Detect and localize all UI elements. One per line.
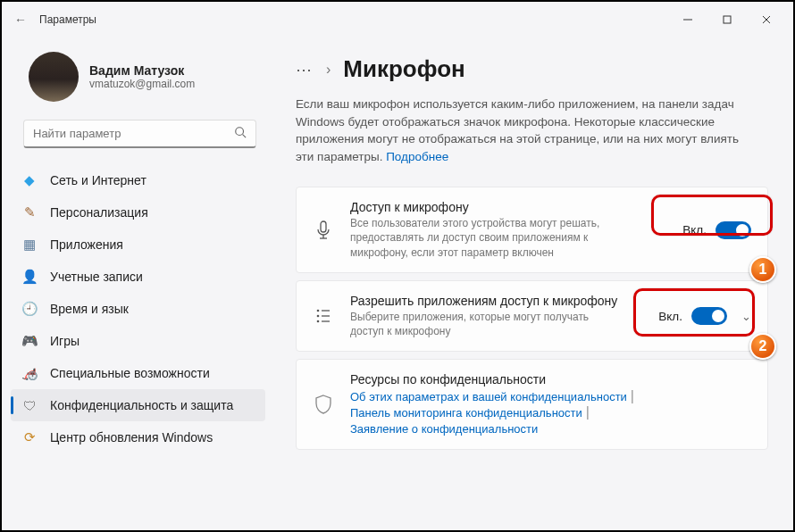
search-icon <box>234 126 247 141</box>
profile-name: Вадим Матузок <box>89 63 195 78</box>
content-area: ⋯ › Микрофон Если ваш микрофон используе… <box>274 37 793 530</box>
list-icon <box>313 308 334 324</box>
sidebar-item-label: Персонализация <box>50 205 148 220</box>
sidebar-item-personalization[interactable]: ✎ Персонализация <box>11 196 265 229</box>
app-mic-access-toggle[interactable] <box>691 307 727 325</box>
breadcrumb: ⋯ › Микрофон <box>296 55 768 83</box>
learn-more-link[interactable]: Подробнее <box>386 150 448 163</box>
chevron-right-icon: › <box>326 62 331 78</box>
sidebar-item-label: Учетные записи <box>50 270 143 284</box>
svg-rect-6 <box>321 221 326 232</box>
microphone-icon <box>313 220 334 240</box>
titlebar: ← Параметры <box>2 2 793 37</box>
profile-email: vmatuzok@gmail.com <box>89 78 195 90</box>
link-privacy-dashboard[interactable]: Панель мониторинга конфиденциальности <box>350 406 582 420</box>
sidebar-item-accounts[interactable]: 👤 Учетные записи <box>11 261 265 293</box>
sidebar-item-windows-update[interactable]: ⟳ Центр обновления Windows <box>11 421 265 453</box>
sidebar-item-label: Время и язык <box>50 302 129 316</box>
page-title: Микрофон <box>343 55 464 83</box>
link-about-params[interactable]: Об этих параметрах и вашей конфиденциаль… <box>350 390 627 403</box>
sidebar: Вадим Матузок vmatuzok@gmail.com ◆ Сеть … <box>2 37 274 530</box>
link-privacy-statement[interactable]: Заявление о конфиденциальности <box>350 422 538 436</box>
sidebar-item-time-language[interactable]: 🕘 Время и язык <box>11 293 265 325</box>
sidebar-item-label: Сеть и Интернет <box>50 173 146 187</box>
card-app-mic-access[interactable]: Разрешить приложениям доступ к микрофону… <box>296 280 768 352</box>
svg-line-5 <box>243 135 247 138</box>
window-controls <box>668 6 786 33</box>
accessibility-icon: 🦽 <box>21 365 38 381</box>
sidebar-item-accessibility[interactable]: 🦽 Специальные возможности <box>11 357 265 389</box>
shield-outline-icon <box>313 395 334 414</box>
toggle-label: Вкл. <box>682 223 707 237</box>
svg-point-13 <box>317 320 320 323</box>
profile-block[interactable]: Вадим Матузок vmatuzok@gmail.com <box>2 45 274 116</box>
globe-icon: ◆ <box>21 172 38 188</box>
annotation-badge-2: 2 <box>749 333 776 360</box>
card-title: Разрешить приложениям доступ к микрофону <box>350 294 642 308</box>
sidebar-item-label: Специальные возможности <box>50 366 210 380</box>
card-subtitle: Все пользователи этого устройства могут … <box>350 216 618 260</box>
update-icon: ⟳ <box>21 429 38 445</box>
annotation-badge-1: 1 <box>749 256 776 283</box>
maximize-button[interactable] <box>707 6 747 33</box>
svg-rect-1 <box>724 16 731 23</box>
sidebar-item-gaming[interactable]: 🎮 Игры <box>11 325 265 357</box>
close-button[interactable] <box>747 6 786 33</box>
breadcrumb-more-icon[interactable]: ⋯ <box>296 60 314 79</box>
search-box[interactable] <box>23 120 256 148</box>
svg-point-4 <box>236 128 244 136</box>
svg-point-9 <box>317 310 320 312</box>
gamepad-icon: 🎮 <box>21 333 38 349</box>
search-input[interactable] <box>33 127 227 140</box>
person-icon: 👤 <box>21 269 38 285</box>
card-title: Доступ к микрофону <box>350 200 666 214</box>
card-title: Ресурсы по конфиденциальности <box>350 372 751 387</box>
sidebar-item-label: Центр обновления Windows <box>50 430 213 445</box>
privacy-links: Об этих параметрах и вашей конфиденциаль… <box>350 388 751 436</box>
clock-globe-icon: 🕘 <box>21 301 38 317</box>
chevron-down-icon[interactable]: ⌄ <box>741 310 751 323</box>
nav-list: ◆ Сеть и Интернет ✎ Персонализация ▦ При… <box>2 159 274 453</box>
page-description: Если ваш микрофон используется каким-либ… <box>296 96 760 165</box>
sidebar-item-label: Конфиденциальность и защита <box>50 398 233 412</box>
minimize-button[interactable] <box>668 6 707 33</box>
sidebar-item-label: Приложения <box>50 237 123 252</box>
apps-icon: ▦ <box>21 237 38 253</box>
svg-point-11 <box>317 315 320 318</box>
sidebar-item-apps[interactable]: ▦ Приложения <box>11 229 265 261</box>
sidebar-item-label: Игры <box>50 334 80 348</box>
avatar <box>29 52 79 102</box>
toggle-label: Вкл. <box>658 310 682 323</box>
card-subtitle: Выберите приложения, которые могут получ… <box>350 310 618 338</box>
shield-icon: 🛡 <box>21 397 38 413</box>
sidebar-item-privacy[interactable]: 🛡 Конфиденциальность и защита <box>11 389 265 421</box>
sidebar-item-network[interactable]: ◆ Сеть и Интернет <box>11 164 265 196</box>
brush-icon: ✎ <box>21 204 38 220</box>
mic-access-toggle[interactable] <box>716 221 751 239</box>
card-privacy-resources: Ресурсы по конфиденциальности Об этих па… <box>296 359 768 450</box>
card-mic-access: Доступ к микрофону Все пользователи этог… <box>296 187 768 273</box>
settings-window: ← Параметры Вадим Матузок vmatuzok@gmail… <box>0 0 795 532</box>
app-title: Параметры <box>39 13 96 26</box>
back-button[interactable]: ← <box>14 12 27 27</box>
